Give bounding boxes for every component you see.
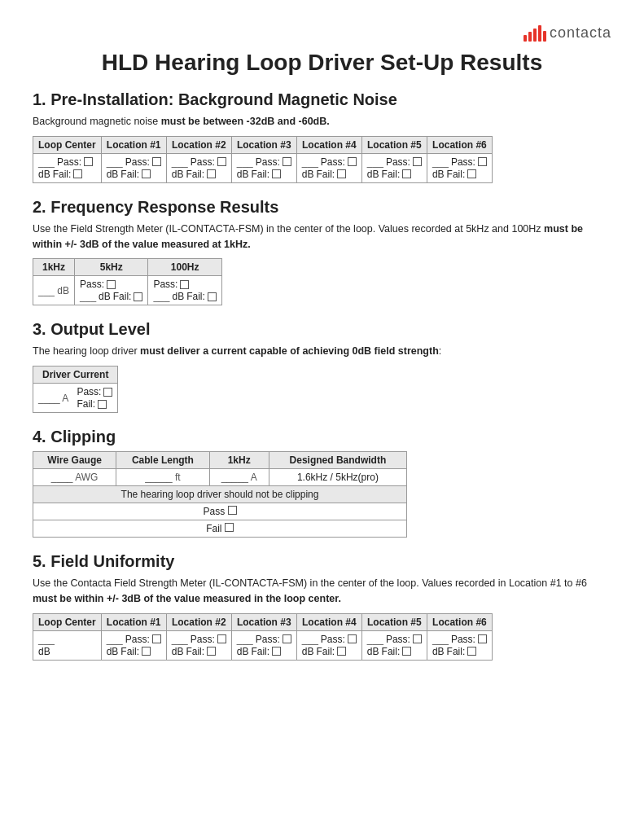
section-3-desc-bold: must deliver a current capable of achiev… <box>140 345 439 357</box>
page-title: HLD Hearing Loop Driver Set-Up Results <box>33 50 611 76</box>
logo-area: contacta <box>33 24 611 42</box>
section-2-desc-plain: Use the Field Strength Meter (IL-CONTACT… <box>33 223 544 235</box>
s5-col-loc3: Location #3 <box>231 613 296 630</box>
s5-col-loc5: Location #5 <box>361 613 427 630</box>
freq-5khz-cell: Pass: ___ dB Fail: <box>75 276 148 305</box>
cable-length-val: _____ ft <box>116 469 209 486</box>
lc-fail-row: dB Fail: <box>38 169 96 180</box>
s5-loc5-fail-checkbox[interactable] <box>402 647 411 656</box>
section-1-description: Background magnetic noise must be betwee… <box>33 114 611 129</box>
col-loop-center: Loop Center <box>33 136 102 153</box>
s5-loc4-fail-checkbox[interactable] <box>337 647 346 656</box>
s5-loc2-fail-checkbox[interactable] <box>207 647 216 656</box>
loc4-pass-checkbox[interactable] <box>348 157 357 166</box>
clipping-fail-checkbox[interactable] <box>225 523 234 532</box>
loc6-fail-checkbox[interactable] <box>467 169 476 178</box>
table-row: ____ AWG _____ ft _____ A 1.6kHz / 5kHz(… <box>33 469 407 486</box>
section-5-desc-bold: must be within +/- 3dB of the value meas… <box>33 593 341 604</box>
loc3-cell: ___ Pass: dB Fail: <box>231 153 296 182</box>
col-loc5: Location #5 <box>361 136 427 153</box>
logo-text: contacta <box>550 24 611 42</box>
logo-bar-3 <box>533 29 537 42</box>
loc5-fail-checkbox[interactable] <box>402 169 411 178</box>
s5-loc5-pass-checkbox[interactable] <box>413 634 422 643</box>
freq-5khz: 5kHz <box>75 259 148 276</box>
section-1-desc-plain: Background magnetic noise <box>33 116 161 127</box>
col-designed-bandwidth: Designed Bandwidth <box>269 452 406 469</box>
section-1: 1. Pre-Installation: Background Magnetic… <box>33 90 611 183</box>
section-4-table: Wire Gauge Cable Length 1kHz Designed Ba… <box>33 451 407 538</box>
s5-loc3-pass-checkbox[interactable] <box>283 634 291 643</box>
loc1-pass-checkbox[interactable] <box>152 157 161 166</box>
notice-row: The hearing loop driver should not be cl… <box>33 486 407 503</box>
freq-100hz: 100Hz <box>148 259 221 276</box>
loc3-pass-checkbox[interactable] <box>283 157 291 166</box>
loc6-cell: ___ Pass: dB Fail: <box>427 153 492 182</box>
col-loc2: Location #2 <box>166 136 231 153</box>
clipping-pass-cell: Pass <box>33 503 407 520</box>
freq-100hz-cell: Pass: ___ dB Fail: <box>148 276 221 305</box>
lc-pass-row: ___ Pass: <box>38 156 96 168</box>
s5-loc5-cell: ___ Pass: dB Fail: <box>361 630 427 660</box>
col-loc4: Location #4 <box>296 136 361 153</box>
loc4-fail-checkbox[interactable] <box>337 169 346 178</box>
s5-lc-cell: ___ dB <box>33 630 102 660</box>
s5-loc3-fail-checkbox[interactable] <box>272 647 281 656</box>
bandwidth-val: 1.6kHz / 5kHz(pro) <box>269 469 406 486</box>
section-2-description: Use the Field Strength Meter (IL-CONTACT… <box>33 222 611 252</box>
freq5-fail-checkbox[interactable] <box>134 292 142 301</box>
s5-col-loc1: Location #1 <box>101 613 166 630</box>
loc5-cell: ___ Pass: dB Fail: <box>361 153 427 182</box>
logo: contacta <box>524 24 611 42</box>
section-5-heading: 5. Field Uniformity <box>33 552 611 571</box>
s5-loc6-pass-checkbox[interactable] <box>478 634 487 643</box>
table-row: ____ A Pass: Fail: <box>33 384 118 413</box>
loc4-cell: ___ Pass: dB Fail: <box>296 153 361 182</box>
s5-loc1-fail-checkbox[interactable] <box>142 647 151 656</box>
section-3-desc-plain: The hearing loop driver <box>33 345 140 357</box>
table-row: ___ dB Pass: ___ dB Fail: <box>33 276 222 305</box>
clipping-pass-checkbox[interactable] <box>228 506 237 515</box>
freq-1khz-cell: ___ dB <box>33 276 75 305</box>
loc2-pass-checkbox[interactable] <box>217 157 226 166</box>
loc3-fail-checkbox[interactable] <box>272 169 281 178</box>
section-1-desc-bold: must be between -32dB and -60dB. <box>161 116 330 127</box>
freq100-pass-checkbox[interactable] <box>180 280 189 289</box>
s5-loc1-pass-checkbox[interactable] <box>152 634 161 643</box>
pass-row: Pass <box>33 503 407 520</box>
col-loc3: Location #3 <box>231 136 296 153</box>
driver-current-cell: ____ A Pass: Fail: <box>33 384 118 413</box>
wire-gauge-val: ____ AWG <box>33 469 116 486</box>
freq100-fail-checkbox[interactable] <box>208 292 217 301</box>
1khz-val: _____ A <box>209 469 269 486</box>
output-fail-checkbox[interactable] <box>98 400 107 409</box>
freq5-pass-checkbox[interactable] <box>107 280 116 289</box>
s5-col-loc2: Location #2 <box>166 613 231 630</box>
lc-pass-checkbox[interactable] <box>84 157 93 166</box>
s5-loc6-cell: ___ Pass: dB Fail: <box>427 630 492 660</box>
table-row: ___ Pass: dB Fail: <box>33 153 493 182</box>
s5-loc1-cell: ___ Pass: dB Fail: <box>101 630 166 660</box>
output-pass-checkbox[interactable] <box>103 388 112 397</box>
lc-fail-checkbox[interactable] <box>73 169 82 178</box>
s5-col-loc6: Location #6 <box>427 613 492 630</box>
section-2: 2. Frequency Response Results Use the Fi… <box>33 198 611 306</box>
section-4: 4. Clipping Wire Gauge Cable Length 1kHz… <box>33 428 611 538</box>
freq-1khz: 1kHz <box>33 259 75 276</box>
loc2-fail-checkbox[interactable] <box>207 169 216 178</box>
s5-loc2-cell: ___ Pass: dB Fail: <box>166 630 231 660</box>
s5-loc4-pass-checkbox[interactable] <box>348 634 357 643</box>
col-wire-gauge: Wire Gauge <box>33 452 116 469</box>
section-1-table: Loop Center Location #1 Location #2 Loca… <box>33 136 493 183</box>
s5-col-loc4: Location #4 <box>296 613 361 630</box>
s5-loc6-fail-checkbox[interactable] <box>467 647 476 656</box>
section-2-heading: 2. Frequency Response Results <box>33 198 611 217</box>
driver-current-header: Driver Current <box>33 367 118 384</box>
section-5-desc-plain: Use the Contacta Field Strength Meter (I… <box>33 577 587 589</box>
loc5-pass-checkbox[interactable] <box>413 157 422 166</box>
s5-loc2-pass-checkbox[interactable] <box>217 634 226 643</box>
s5-loc4-cell: ___ Pass: dB Fail: <box>296 630 361 660</box>
loc1-fail-checkbox[interactable] <box>142 169 151 178</box>
loc6-pass-checkbox[interactable] <box>478 157 487 166</box>
section-3: 3. Output Level The hearing loop driver … <box>33 320 611 413</box>
